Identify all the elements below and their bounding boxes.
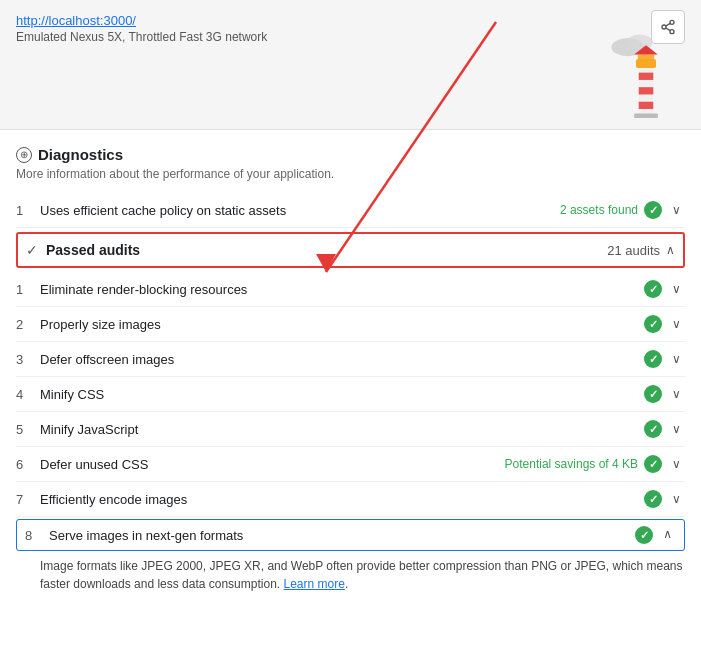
share-button[interactable] [651,10,685,44]
chevron-1[interactable]: ∨ [668,280,685,298]
main-content: ⊕ Diagnostics More information about the… [0,130,701,615]
diagnostics-header: ⊕ Diagnostics [16,146,685,163]
check-4 [644,385,662,403]
check-icon-cache [644,201,662,219]
audit-label-4: Minify CSS [40,387,644,402]
chevron-5[interactable]: ∨ [668,420,685,438]
chevron-4[interactable]: ∨ [668,385,685,403]
svg-rect-4 [639,87,654,94]
svg-rect-5 [639,102,654,109]
check-6 [644,455,662,473]
url-link[interactable]: http://localhost:3000/ [16,13,136,28]
lighthouse-logo [611,29,681,129]
audit-row-4: 4 Minify CSS ∨ [16,377,685,412]
audit-meta-cache: 2 assets found [560,203,638,217]
audit-list-wrapper: 1 Eliminate render-blocking resources ∨ … [16,272,685,599]
svg-point-10 [670,20,674,24]
diagnostics-title: Diagnostics [38,146,123,163]
row-8-description: Image formats like JPEG 2000, JPEG XR, a… [16,553,685,599]
audit-number-1: 1 [16,203,40,218]
svg-point-12 [670,30,674,34]
audit-row-7: 7 Efficiently encode images ∨ [16,482,685,517]
header-subtitle: Emulated Nexus 5X, Throttled Fast 3G net… [16,30,685,44]
check-1 [644,280,662,298]
svg-rect-7 [638,54,654,60]
audit-label-6: Defer unused CSS [40,457,505,472]
check-5 [644,420,662,438]
audit-num-5: 5 [16,422,40,437]
svg-rect-3 [639,73,654,80]
chevron-8[interactable]: ∨ [659,526,676,544]
audit-label-7: Efficiently encode images [40,492,644,507]
audit-row-6: 6 Defer unused CSS Potential savings of … [16,447,685,482]
svg-point-11 [662,25,666,29]
diagnostics-description: More information about the performance o… [16,167,685,181]
audit-row-1: 1 Eliminate render-blocking resources ∨ [16,272,685,307]
audit-row-3: 3 Defer offscreen images ∨ [16,342,685,377]
header-section: http://localhost:3000/ Emulated Nexus 5X… [0,0,701,130]
check-8 [635,526,653,544]
chevron-6[interactable]: ∨ [668,455,685,473]
audit-meta-6: Potential savings of 4 KB [505,457,638,471]
audit-num-4: 4 [16,387,40,402]
chevron-3[interactable]: ∨ [668,350,685,368]
chevron-2[interactable]: ∨ [668,315,685,333]
audit-label-3: Defer offscreen images [40,352,644,367]
audit-num-3: 3 [16,352,40,367]
audit-num-6: 6 [16,457,40,472]
audit-num-2: 2 [16,317,40,332]
audit-row-8-container: 8 Serve images in next-gen formats ∨ Ima… [16,519,685,599]
diagnostics-icon: ⊕ [16,147,32,163]
audit-row-cache: 1 Uses efficient cache policy on static … [16,193,685,228]
audit-label-5: Minify JavaScript [40,422,644,437]
svg-line-13 [666,28,671,31]
audit-label-cache: Uses efficient cache policy on static as… [40,203,560,218]
passed-checkmark: ✓ [26,242,38,258]
learn-more-link[interactable]: Learn more [284,577,345,591]
audit-label-1: Eliminate render-blocking resources [40,282,644,297]
audit-num-8: 8 [25,528,49,543]
chevron-7[interactable]: ∨ [668,490,685,508]
check-7 [644,490,662,508]
audit-row-2: 2 Properly size images ∨ [16,307,685,342]
check-2 [644,315,662,333]
svg-line-14 [666,23,671,26]
chevron-passed[interactable]: ∧ [666,243,675,257]
passed-label: Passed audits [46,242,607,258]
audit-row-8: 8 Serve images in next-gen formats ∨ [16,519,685,551]
passed-audits-header[interactable]: ✓ Passed audits 21 audits ∧ [16,232,685,268]
passed-count: 21 audits [607,243,660,258]
chevron-cache[interactable]: ∨ [668,201,685,219]
audit-num-1: 1 [16,282,40,297]
audit-num-7: 7 [16,492,40,507]
audit-row-5: 5 Minify JavaScript ∨ [16,412,685,447]
svg-rect-9 [634,114,658,119]
audit-label-2: Properly size images [40,317,644,332]
share-icon [660,19,676,35]
check-3 [644,350,662,368]
audit-label-8: Serve images in next-gen formats [49,528,635,543]
